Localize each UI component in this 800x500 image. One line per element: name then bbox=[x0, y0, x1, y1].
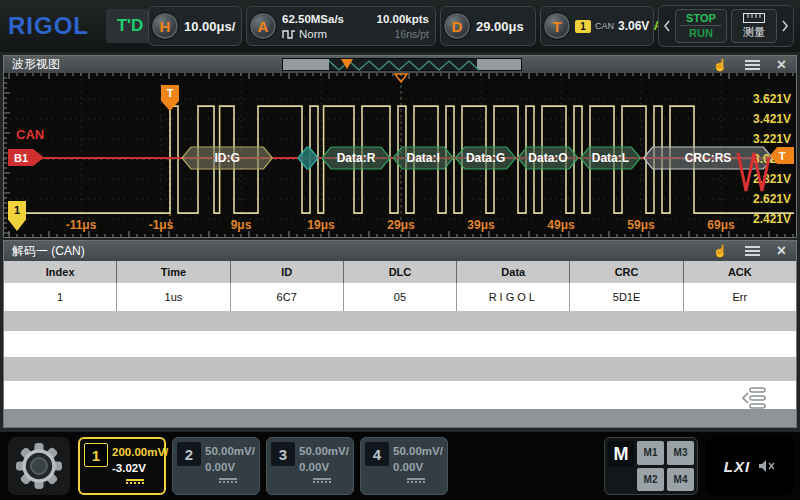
table-cell: RIGOL bbox=[457, 283, 570, 311]
time-label: 19μs bbox=[307, 218, 334, 232]
table-cell: Err bbox=[684, 283, 796, 311]
empty-row bbox=[4, 409, 796, 427]
table-cell: 05 bbox=[344, 283, 457, 311]
acquire-mode: Norm bbox=[299, 28, 327, 40]
stop-run-button[interactable]: STOP RUN bbox=[675, 9, 727, 43]
table-export-icon[interactable] bbox=[742, 387, 768, 413]
touch-gesture-icon[interactable]: ☝ bbox=[713, 245, 728, 257]
column-header: Index bbox=[4, 261, 117, 283]
trigger-level: 3.06V bbox=[618, 19, 649, 33]
empty-row bbox=[4, 311, 796, 331]
waveform-svg: ID:GData:RData:IData:GData:OData:LCRC:RS bbox=[4, 73, 796, 237]
coupling-icon bbox=[407, 478, 425, 483]
decode-bubble-label: ID:G bbox=[215, 151, 240, 165]
channel-scale: 200.00mV/ bbox=[112, 444, 164, 460]
column-header: DLC bbox=[344, 261, 457, 283]
voltage-label: 3.221V bbox=[753, 132, 791, 146]
decode-bubble-label: Data:G bbox=[466, 151, 505, 165]
voltage-label: 2.421V bbox=[753, 212, 791, 226]
red-zigzag-decoration bbox=[734, 145, 772, 207]
coupling-icon bbox=[313, 478, 331, 483]
close-icon[interactable]: × bbox=[777, 243, 786, 259]
empty-row bbox=[4, 357, 796, 381]
delay-control[interactable]: D 29.00μs bbox=[440, 6, 536, 46]
decode-bubble-label: Data:L bbox=[592, 151, 629, 165]
math-button[interactable]: M bbox=[608, 441, 634, 467]
column-header: Data bbox=[457, 261, 570, 283]
table-cell: 1us bbox=[117, 283, 230, 311]
touch-gesture-icon[interactable]: ☝ bbox=[713, 59, 728, 71]
math-m3-button[interactable]: M3 bbox=[667, 441, 694, 465]
channel-offset: 0.00V bbox=[205, 459, 259, 475]
decode-bubble-label: Data:R bbox=[337, 151, 376, 165]
time-label: 29μs bbox=[387, 218, 414, 232]
channel-scale: 50.00mV/ bbox=[393, 443, 447, 459]
math-m4-button[interactable]: M4 bbox=[667, 468, 694, 492]
navigation-gear-button[interactable] bbox=[8, 437, 70, 495]
empty-row bbox=[4, 381, 796, 409]
close-icon[interactable]: × bbox=[777, 57, 786, 73]
channel-offset: 0.00V bbox=[393, 459, 447, 475]
rigol-logo: RIGOL bbox=[8, 12, 89, 40]
oscilloscope-screen: RIGOL T'D H 10.00μs/ A 62.50MSa/s Norm 1… bbox=[0, 0, 800, 500]
table-cell: 5D1E bbox=[570, 283, 683, 311]
decode-bubble-label: Data:I bbox=[407, 151, 440, 165]
waveform-panel-header: 波形视图 ☝ × bbox=[4, 56, 796, 73]
coupling-icon bbox=[126, 479, 144, 484]
channel-scale: 50.00mV/ bbox=[205, 443, 259, 459]
column-header: CRC bbox=[570, 261, 683, 283]
lxi-status[interactable]: LXI bbox=[706, 437, 794, 495]
time-label: -1μs bbox=[149, 218, 174, 232]
decode-header-row: IndexTimeIDDLCDataCRCACK bbox=[4, 261, 796, 283]
column-header: ACK bbox=[684, 261, 796, 283]
horizontal-scale-control[interactable]: H 10.00μs/ bbox=[148, 6, 242, 46]
voltage-label: 3.621V bbox=[753, 92, 791, 106]
acquire-control[interactable]: A 62.50MSa/s Norm 10.00kpts 16ns/pt bbox=[246, 6, 436, 46]
channel-number-badge: 1 bbox=[84, 443, 108, 467]
table-cell: 1 bbox=[4, 283, 117, 311]
top-toolbar: RIGOL T'D H 10.00μs/ A 62.50MSa/s Norm 1… bbox=[0, 0, 800, 52]
minimap-wave-icon bbox=[283, 59, 521, 72]
time-label: 69μs bbox=[707, 218, 734, 232]
coupling-icon bbox=[219, 478, 237, 483]
bus-name-label: CAN bbox=[16, 127, 44, 142]
minimap-trigger-marker bbox=[341, 59, 353, 69]
channel-offset: -3.02V bbox=[112, 460, 164, 476]
channel-4-button[interactable]: 450.00mV/0.00V bbox=[360, 437, 448, 495]
decode-data-row[interactable]: 11us6C705RIGOL5D1EErr bbox=[4, 283, 796, 311]
measure-button[interactable]: 测量 bbox=[731, 9, 777, 43]
bottom-toolbar: 1200.00mV/-3.02V250.00mV/0.00V350.00mV/0… bbox=[0, 432, 800, 500]
delay-icon: D bbox=[443, 12, 471, 40]
math-m2-button[interactable]: M2 bbox=[637, 468, 664, 492]
channel-number-badge: 4 bbox=[365, 442, 389, 466]
math-m1-button[interactable]: M1 bbox=[637, 441, 664, 465]
channel-1-button[interactable]: 1200.00mV/-3.02V bbox=[78, 437, 166, 495]
lxi-label: LXI bbox=[724, 458, 750, 475]
trigger-status-indicator: T'D bbox=[106, 9, 154, 43]
math-grid: M1M3M2M4 bbox=[637, 441, 694, 491]
decode-panel-header: 解码一 (CAN) ☝ × bbox=[4, 241, 796, 261]
menu-icon[interactable] bbox=[745, 246, 760, 256]
channel-3-button[interactable]: 350.00mV/0.00V bbox=[266, 437, 354, 495]
quick-actions-group: STOP RUN 测量 bbox=[658, 5, 794, 47]
horizontal-scale-value: 10.00μs/ bbox=[184, 19, 235, 34]
column-header: ID bbox=[231, 261, 344, 283]
chevron-left-icon[interactable] bbox=[663, 19, 671, 33]
channel-offset: 0.00V bbox=[299, 459, 353, 475]
waveform-plot: ID:GData:RData:IData:GData:OData:LCRC:RS… bbox=[4, 73, 796, 237]
menu-icon[interactable] bbox=[745, 60, 760, 70]
time-label: -11μs bbox=[66, 218, 97, 232]
delay-value: 29.00μs bbox=[476, 19, 524, 34]
waveform-panel-title: 波形视图 bbox=[4, 56, 60, 73]
channel-2-button[interactable]: 250.00mV/0.00V bbox=[172, 437, 260, 495]
decode-bubble-label: CRC:RS bbox=[685, 151, 732, 165]
trigger-type: CAN bbox=[595, 21, 614, 31]
timebase-minimap[interactable] bbox=[282, 58, 522, 71]
chevron-right-icon[interactable] bbox=[781, 19, 789, 33]
table-cell: 6C7 bbox=[231, 283, 344, 311]
column-header: Time bbox=[117, 261, 230, 283]
decode-panel: 解码一 (CAN) ☝ × IndexTimeIDDLCDataCRCACK 1… bbox=[3, 240, 797, 428]
time-label: 59μs bbox=[627, 218, 654, 232]
trigger-control[interactable]: T 1 CAN 3.06V A bbox=[540, 6, 654, 46]
acquire-icon: A bbox=[249, 12, 277, 40]
